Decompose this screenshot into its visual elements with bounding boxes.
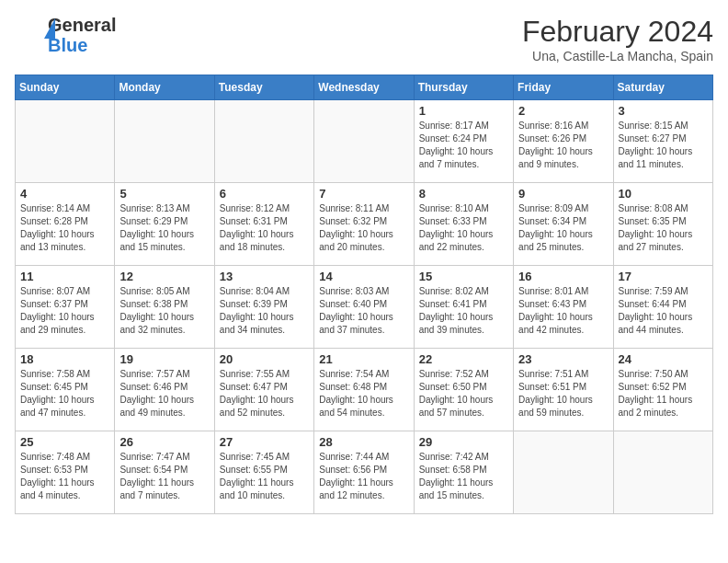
calendar-cell	[314, 100, 414, 183]
day-info: Sunrise: 8:04 AM Sunset: 6:39 PM Dayligh…	[220, 285, 309, 337]
calendar-cell: 6Sunrise: 8:12 AM Sunset: 6:31 PM Daylig…	[214, 183, 313, 266]
calendar-cell: 23Sunrise: 7:51 AM Sunset: 6:51 PM Dayli…	[514, 349, 613, 431]
day-info: Sunrise: 7:47 AM Sunset: 6:54 PM Dayligh…	[119, 451, 209, 502]
day-number: 28	[319, 435, 408, 449]
calendar-cell: 24Sunrise: 7:50 AM Sunset: 6:52 PM Dayli…	[613, 349, 712, 431]
day-number: 2	[518, 104, 608, 118]
day-number: 17	[619, 270, 708, 283]
calendar-cell: 20Sunrise: 7:55 AM Sunset: 6:47 PM Dayli…	[214, 349, 313, 431]
month-year: February 2024	[522, 15, 713, 49]
calendar-cell: 5Sunrise: 8:13 AM Sunset: 6:29 PM Daylig…	[115, 183, 214, 266]
day-of-week-header: Sunday	[16, 75, 115, 100]
calendar-cell: 3Sunrise: 8:15 AM Sunset: 6:27 PM Daylig…	[613, 100, 712, 183]
day-of-week-header: Tuesday	[214, 75, 313, 100]
calendar-cell: 10Sunrise: 8:08 AM Sunset: 6:35 PM Dayli…	[613, 183, 712, 266]
day-info: Sunrise: 8:02 AM Sunset: 6:41 PM Dayligh…	[419, 285, 508, 337]
logo-general-text: General	[48, 15, 116, 35]
day-number: 27	[220, 435, 309, 449]
day-info: Sunrise: 8:17 AM Sunset: 6:24 PM Dayligh…	[419, 120, 508, 171]
logo-blue-text: Blue	[48, 35, 116, 55]
calendar-cell: 11Sunrise: 8:07 AM Sunset: 6:37 PM Dayli…	[16, 266, 115, 349]
calendar-cell	[214, 100, 313, 183]
day-info: Sunrise: 7:45 AM Sunset: 6:55 PM Dayligh…	[220, 451, 309, 502]
day-number: 16	[518, 270, 608, 283]
day-number: 7	[319, 187, 408, 201]
day-number: 8	[419, 187, 508, 201]
day-number: 20	[220, 352, 309, 366]
day-info: Sunrise: 7:51 AM Sunset: 6:51 PM Dayligh…	[518, 368, 608, 419]
day-info: Sunrise: 8:16 AM Sunset: 6:26 PM Dayligh…	[518, 120, 608, 171]
day-number: 21	[319, 352, 408, 366]
calendar-cell: 25Sunrise: 7:48 AM Sunset: 6:53 PM Dayli…	[16, 431, 115, 514]
calendar-cell: 9Sunrise: 8:09 AM Sunset: 6:34 PM Daylig…	[514, 183, 613, 266]
day-of-week-header: Monday	[115, 75, 214, 100]
calendar-cell: 12Sunrise: 8:05 AM Sunset: 6:38 PM Dayli…	[115, 266, 214, 349]
day-info: Sunrise: 7:44 AM Sunset: 6:56 PM Dayligh…	[319, 451, 408, 502]
calendar-cell: 18Sunrise: 7:58 AM Sunset: 6:45 PM Dayli…	[16, 349, 115, 431]
calendar-cell: 14Sunrise: 8:03 AM Sunset: 6:40 PM Dayli…	[314, 266, 414, 349]
day-number: 18	[20, 352, 109, 366]
calendar-cell: 8Sunrise: 8:10 AM Sunset: 6:33 PM Daylig…	[414, 183, 513, 266]
day-number: 22	[419, 352, 508, 366]
logo: General Blue	[15, 15, 116, 55]
day-number: 3	[619, 104, 708, 118]
calendar-cell: 21Sunrise: 7:54 AM Sunset: 6:48 PM Dayli…	[314, 349, 414, 431]
day-number: 4	[20, 187, 109, 201]
day-info: Sunrise: 8:10 AM Sunset: 6:33 PM Dayligh…	[419, 202, 508, 254]
calendar-week-row: 1Sunrise: 8:17 AM Sunset: 6:24 PM Daylig…	[16, 100, 713, 183]
day-info: Sunrise: 8:07 AM Sunset: 6:37 PM Dayligh…	[20, 285, 109, 337]
calendar-cell: 22Sunrise: 7:52 AM Sunset: 6:50 PM Dayli…	[414, 349, 513, 431]
day-info: Sunrise: 7:59 AM Sunset: 6:44 PM Dayligh…	[619, 285, 708, 337]
day-info: Sunrise: 7:48 AM Sunset: 6:53 PM Dayligh…	[20, 451, 109, 502]
calendar-cell: 2Sunrise: 8:16 AM Sunset: 6:26 PM Daylig…	[514, 100, 613, 183]
day-info: Sunrise: 8:11 AM Sunset: 6:32 PM Dayligh…	[319, 202, 408, 254]
day-of-week-header: Wednesday	[314, 75, 414, 100]
calendar-cell: 26Sunrise: 7:47 AM Sunset: 6:54 PM Dayli…	[115, 431, 214, 514]
day-number: 26	[119, 435, 209, 449]
day-of-week-header: Friday	[514, 75, 613, 100]
calendar-cell: 4Sunrise: 8:14 AM Sunset: 6:28 PM Daylig…	[16, 183, 115, 266]
calendar-cell: 29Sunrise: 7:42 AM Sunset: 6:58 PM Dayli…	[414, 431, 513, 514]
day-number: 10	[619, 187, 708, 201]
calendar-week-row: 25Sunrise: 7:48 AM Sunset: 6:53 PM Dayli…	[16, 431, 713, 514]
day-info: Sunrise: 8:01 AM Sunset: 6:43 PM Dayligh…	[518, 285, 608, 337]
page-header: General Blue February 2024 Una, Castille…	[15, 15, 713, 63]
day-info: Sunrise: 8:12 AM Sunset: 6:31 PM Dayligh…	[220, 202, 309, 254]
day-number: 14	[319, 270, 408, 283]
calendar-cell: 1Sunrise: 8:17 AM Sunset: 6:24 PM Daylig…	[414, 100, 513, 183]
day-info: Sunrise: 8:03 AM Sunset: 6:40 PM Dayligh…	[319, 285, 408, 337]
day-info: Sunrise: 8:08 AM Sunset: 6:35 PM Dayligh…	[619, 202, 708, 254]
calendar-table: SundayMondayTuesdayWednesdayThursdayFrid…	[15, 75, 713, 514]
calendar-cell	[16, 100, 115, 183]
calendar-cell: 28Sunrise: 7:44 AM Sunset: 6:56 PM Dayli…	[314, 431, 414, 514]
calendar-cell: 13Sunrise: 8:04 AM Sunset: 6:39 PM Dayli…	[214, 266, 313, 349]
day-info: Sunrise: 7:55 AM Sunset: 6:47 PM Dayligh…	[220, 368, 309, 419]
day-number: 5	[119, 187, 209, 201]
day-info: Sunrise: 8:15 AM Sunset: 6:27 PM Dayligh…	[619, 120, 708, 171]
day-number: 29	[419, 435, 508, 449]
day-info: Sunrise: 7:52 AM Sunset: 6:50 PM Dayligh…	[419, 368, 508, 419]
day-info: Sunrise: 8:09 AM Sunset: 6:34 PM Dayligh…	[518, 202, 608, 254]
day-number: 1	[419, 104, 508, 118]
day-number: 11	[20, 270, 109, 283]
day-of-week-header: Saturday	[613, 75, 712, 100]
title-block: February 2024 Una, Castille-La Mancha, S…	[522, 15, 713, 63]
day-info: Sunrise: 8:14 AM Sunset: 6:28 PM Dayligh…	[20, 202, 109, 254]
day-info: Sunrise: 8:05 AM Sunset: 6:38 PM Dayligh…	[119, 285, 209, 337]
day-info: Sunrise: 7:58 AM Sunset: 6:45 PM Dayligh…	[20, 368, 109, 419]
calendar-cell	[514, 431, 613, 514]
day-info: Sunrise: 8:13 AM Sunset: 6:29 PM Dayligh…	[119, 202, 209, 254]
day-number: 25	[20, 435, 109, 449]
calendar-week-row: 18Sunrise: 7:58 AM Sunset: 6:45 PM Dayli…	[16, 349, 713, 431]
calendar-cell: 15Sunrise: 8:02 AM Sunset: 6:41 PM Dayli…	[414, 266, 513, 349]
day-of-week-header: Thursday	[414, 75, 513, 100]
day-info: Sunrise: 7:50 AM Sunset: 6:52 PM Dayligh…	[619, 368, 708, 419]
calendar-cell: 17Sunrise: 7:59 AM Sunset: 6:44 PM Dayli…	[613, 266, 712, 349]
calendar-body: 1Sunrise: 8:17 AM Sunset: 6:24 PM Daylig…	[16, 100, 713, 514]
calendar-cell: 19Sunrise: 7:57 AM Sunset: 6:46 PM Dayli…	[115, 349, 214, 431]
calendar-cell	[613, 431, 712, 514]
calendar-cell: 16Sunrise: 8:01 AM Sunset: 6:43 PM Dayli…	[514, 266, 613, 349]
calendar-cell: 7Sunrise: 8:11 AM Sunset: 6:32 PM Daylig…	[314, 183, 414, 266]
day-number: 23	[518, 352, 608, 366]
day-number: 12	[119, 270, 209, 283]
